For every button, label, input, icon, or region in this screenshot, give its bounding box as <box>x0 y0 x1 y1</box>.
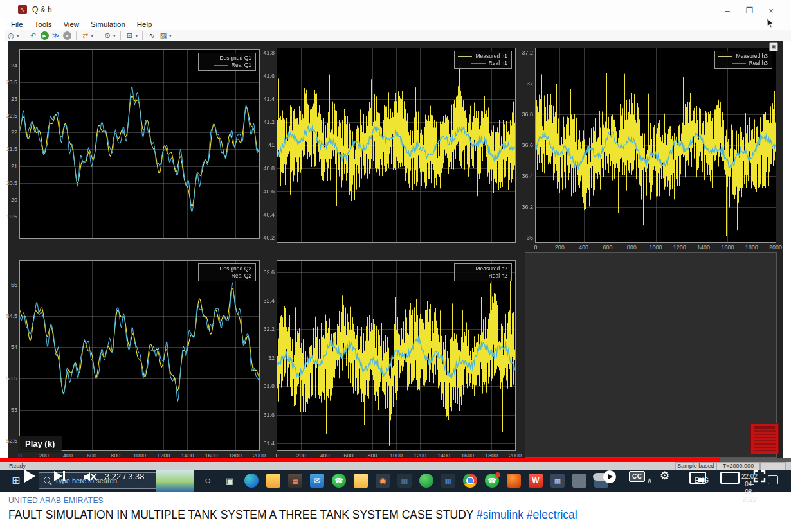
menu-help[interactable]: Help <box>131 19 158 28</box>
menu-simulation[interactable]: Simulation <box>85 19 131 28</box>
plot-q2[interactable]: 5554.55453.55352.50200400600800100012001… <box>19 260 260 451</box>
y-tick-label: 20 <box>11 197 17 203</box>
theater-mode-button[interactable] <box>720 472 740 484</box>
y-tick-label: 41.4 <box>263 96 275 102</box>
scope-menubar: FileToolsViewSimulationHelp <box>5 19 791 30</box>
y-tick-label: 36.4 <box>522 173 533 179</box>
y-tick-label: 41 <box>268 142 275 148</box>
menu-view[interactable]: View <box>57 19 85 28</box>
y-tick-label: 22 <box>11 129 17 136</box>
miniplayer-button[interactable] <box>689 472 706 484</box>
y-tick-label: 32.6 <box>263 269 275 276</box>
plot-h2-canvas[interactable] <box>277 261 515 450</box>
menu-tools[interactable]: Tools <box>29 19 58 28</box>
mute-icon[interactable] <box>82 470 98 484</box>
toolbar-separator <box>120 31 121 40</box>
y-tick-label: 23 <box>11 96 17 102</box>
close-button[interactable]: × <box>765 6 777 15</box>
plot-h1-canvas[interactable] <box>277 48 515 242</box>
legend-label: Measured h2 <box>475 265 507 272</box>
y-tick-label: 36.6 <box>522 142 533 148</box>
zoom-icon[interactable]: ⊙ <box>102 31 113 40</box>
mouse-cursor <box>767 18 774 28</box>
plot-q2-canvas[interactable] <box>20 261 259 450</box>
settings-dropdown-icon[interactable]: ▾ <box>17 33 19 39</box>
plot-h1[interactable]: 41.841.641.441.24140.840.640.440.2Measur… <box>277 48 516 243</box>
plot-q2-legend[interactable]: Designed Q2Real Q2 <box>198 263 256 281</box>
play-button[interactable] <box>24 470 35 483</box>
plot-q1[interactable]: 2423.52322.52221.52120.52019.5Designed Q… <box>19 49 260 239</box>
legend-label: Designed Q2 <box>219 265 251 272</box>
autoplay-toggle[interactable] <box>593 473 614 481</box>
legend-label: Real Q2 <box>232 272 251 279</box>
toolbar-separator <box>98 31 98 40</box>
player-controls: 3:22 / 3:38 CC ⚙ <box>0 462 791 492</box>
y-tick-label: 32 <box>268 355 275 361</box>
y-tick-label: 41.2 <box>263 119 275 125</box>
zoom-dropdown-icon[interactable]: ▾ <box>113 33 116 39</box>
y-tick-label: 36.8 <box>522 111 533 118</box>
toolbar-separator <box>142 31 143 40</box>
plot-h1-legend[interactable]: Measured h1Real h1 <box>454 51 512 69</box>
video-hashtags[interactable]: #simulink #electrical <box>473 508 577 521</box>
plot-h3-legend[interactable]: Measured h3Real h3 <box>714 51 772 69</box>
plot-h2[interactable]: 32.632.432.23231.831.631.402004006008001… <box>277 260 516 451</box>
video-player[interactable]: ∿ Q & h – ❐ × FileToolsViewSimulationHel… <box>0 0 791 492</box>
minimize-button[interactable]: – <box>722 6 733 15</box>
y-tick-label: 40.8 <box>263 165 275 172</box>
y-tick-label: 31.8 <box>263 383 275 389</box>
restore-button[interactable]: ❐ <box>743 6 755 15</box>
video-kicker[interactable]: UNITED ARAB EMIRATES <box>8 496 104 505</box>
legend-label: Measured h3 <box>736 53 768 60</box>
y-tick-label: 52.5 <box>6 438 17 444</box>
x-tick-label: 600 <box>603 244 612 251</box>
x-tick-label: 400 <box>579 244 588 251</box>
y-tick-label: 40.4 <box>263 211 275 218</box>
plot-h3[interactable]: 37.23736.836.636.436.2360200400600800100… <box>535 48 776 243</box>
next-button[interactable] <box>54 471 62 481</box>
subtitles-button[interactable]: CC <box>629 471 645 482</box>
simulink-link-icon[interactable]: ⇄ <box>80 31 91 40</box>
legend-line-swatch <box>202 58 216 58</box>
y-tick-label: 55 <box>11 281 17 288</box>
window-title: Q & h <box>32 5 52 14</box>
settings-gear-icon[interactable]: ⚙ <box>660 469 669 483</box>
y-tick-label: 54 <box>11 344 17 350</box>
legend-label: Real h2 <box>489 272 507 279</box>
menu-file[interactable]: File <box>5 19 29 28</box>
y-tick-label: 32.2 <box>263 326 275 332</box>
trigger-icon[interactable]: ∿ <box>147 31 157 40</box>
legend-label: Designed Q1 <box>219 55 251 62</box>
step-forward-icon[interactable]: ≫ <box>51 31 61 40</box>
x-tick-label: 1400 <box>697 244 710 251</box>
run-icon[interactable]: ▶ <box>41 31 49 40</box>
video-title-text: FAULT SIMULATION IN MULTIPLE TANK SYSTEM… <box>8 508 473 521</box>
y-tick-label: 37 <box>527 80 533 87</box>
plot-q1-legend[interactable]: Designed Q1Real Q1 <box>198 53 256 71</box>
measurements-icon[interactable]: ▨ <box>158 31 168 40</box>
plot-h3-canvas[interactable] <box>536 48 776 242</box>
fit-to-view-icon[interactable]: ⊡ <box>125 31 135 40</box>
x-tick-label: 0 <box>534 244 537 251</box>
measurements-dropdown-icon[interactable]: ▾ <box>169 33 172 39</box>
fit-to-view-dropdown-icon[interactable]: ▾ <box>136 33 138 39</box>
plot-q1-canvas[interactable] <box>20 50 259 238</box>
plot-h2-legend[interactable]: Measured h2Real h2 <box>454 263 512 281</box>
fullscreen-button[interactable] <box>752 469 767 483</box>
y-tick-label: 36 <box>527 235 533 241</box>
y-tick-label: 41.6 <box>263 73 275 79</box>
simulink-link-dropdown-icon[interactable]: ▾ <box>91 33 94 39</box>
settings-icon[interactable]: ◎ <box>6 31 16 40</box>
y-tick-label: 19.5 <box>6 213 17 220</box>
restore-view-icon[interactable]: ↶ <box>28 31 39 40</box>
stop-icon[interactable]: ■ <box>63 31 71 40</box>
legend-line-swatch <box>471 63 486 64</box>
y-tick-label: 40.2 <box>263 235 275 241</box>
y-tick-label: 40.6 <box>263 188 275 195</box>
toolbar-separator <box>24 31 24 40</box>
dock-control-icon[interactable]: ▣ <box>769 42 778 51</box>
x-tick-label: 2000 <box>769 244 782 251</box>
play-tooltip: Play (k) <box>18 436 62 452</box>
legend-label: Real h1 <box>489 60 507 67</box>
legend-line-swatch <box>732 63 746 64</box>
